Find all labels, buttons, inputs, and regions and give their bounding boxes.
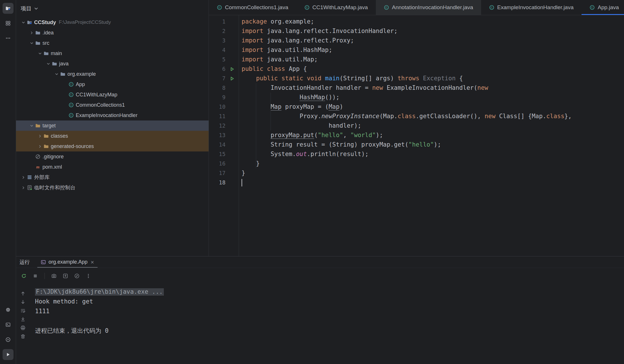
code-line-row[interactable]: 7 public static void main(String[] args)… [209,74,624,83]
soft-wrap-icon [20,308,26,313]
code-line-row[interactable]: 5import java.util.Map; [209,55,624,64]
code-line-row[interactable]: 13 proxyMap.put("hello", "world"); [209,131,624,140]
rerun-icon [21,273,26,279]
chevron-down-icon[interactable] [34,6,39,11]
tab-ExampleInvocationHandler-java[interactable]: CExampleInvocationHandler.java [481,0,582,15]
code-line-row[interactable]: 8 InvocationHandler handler = new Exampl… [209,83,624,93]
code-line-row[interactable]: 4import java.util.HashMap; [209,45,624,55]
tree-item-CC1WithLazyMap[interactable]: CCC1WithLazyMap [16,89,209,100]
build-icon [5,307,11,312]
code-line-row[interactable]: 6public class App { [209,64,624,74]
code-text: HashMap()); [239,93,339,102]
console-command-line[interactable]: F:\JDK\jdk8u66\jre\bin\java.exe ... [35,287,624,297]
tab-AnnotationInvocationHandler-java[interactable]: CAnnotationInvocationHandler.java [376,0,481,15]
soft-wrap-button[interactable] [20,308,26,313]
project-panel-header[interactable]: 项目 [16,0,209,17]
code-line-row[interactable]: 11 Proxy.newProxyInstance(Map.class.getC… [209,112,624,121]
tree-item-java[interactable]: java [16,59,209,69]
tree-item-src[interactable]: src [16,38,209,48]
tree-item-target[interactable]: target [16,120,209,131]
tree-item-row16[interactable]: 临时文件和控制台 [16,182,209,193]
structure-tool-button[interactable] [3,18,13,29]
gutter[interactable] [226,64,239,74]
chevron-down-icon[interactable] [20,20,27,25]
tree-item-org.example[interactable]: org.example [16,69,209,79]
tab-CC1WithLazyMap-java[interactable]: CCC1WithLazyMap.java [296,0,376,15]
rerun-button[interactable] [20,272,28,280]
chevron-right-icon[interactable] [36,144,44,149]
stop-button[interactable] [32,272,39,280]
tree-item-ExampleInvocationHandler[interactable]: CExampleInvocationHandler [16,110,209,120]
tree-item-generated-sources[interactable]: generated-sources [16,141,209,151]
tree-item-classes[interactable]: classes [16,131,209,141]
line-number: 16 [209,159,226,168]
more-vertical-button[interactable] [85,272,92,280]
chevron-right-icon[interactable] [36,134,44,138]
class-icon: C [69,113,74,118]
arrow-down-icon [20,299,26,305]
scroll-end-button[interactable] [20,317,26,322]
tab-CommonCollections1-java[interactable]: CCommonCollections1.java [209,0,296,15]
run-tool-button[interactable] [3,349,13,360]
code-line-row[interactable]: 10 Map proxyMap = (Map) [209,102,624,112]
arrow-down-button[interactable] [20,299,26,305]
tree-item-.idea[interactable]: .idea [16,28,209,38]
tab-App-java[interactable]: CApp.java [582,0,624,15]
code-text: handler); [239,121,361,131]
chevron-down-icon[interactable] [28,124,35,128]
code-line-row[interactable]: 17} [209,168,624,178]
tree-item-pom.xml[interactable]: mpom.xml [16,162,209,172]
gutter[interactable] [226,74,239,83]
run-tab[interactable]: org.example.App × [37,256,98,268]
project-panel-title[interactable]: 项目 [21,5,32,12]
code-line-row[interactable]: 3import java.lang.reflect.Proxy; [209,36,624,45]
tree-item-CommonCollections1[interactable]: CCommonCollections1 [16,100,209,110]
terminal-tool-button[interactable] [3,319,13,330]
build-tool-button[interactable] [3,304,13,315]
code-editor[interactable]: 1package org.example;2import java.lang.r… [209,15,624,256]
svg-text:C: C [70,83,72,86]
tree-label: generated-sources [51,143,94,149]
gutter [226,83,239,93]
tree-item-main[interactable]: main [16,48,209,59]
camera-button[interactable] [50,272,58,280]
code-line-row[interactable]: 15 System.out.println(result); [209,149,624,159]
tree-label: 临时文件和控制台 [34,184,75,191]
services-tool-button[interactable] [3,334,13,345]
arrow-up-button[interactable] [20,291,26,296]
chevron-right-icon[interactable] [28,31,35,35]
code-line-row[interactable]: 12 handler); [209,121,624,131]
code-line-row[interactable]: 1package org.example; [209,17,624,26]
chevron-right-icon[interactable] [20,186,27,190]
import-button[interactable] [62,272,69,280]
tree-item-CCStudy[interactable]: CCStudyF:\JavaProject\CCStudy [16,17,209,28]
tab-label: CC1WithLazyMap.java [312,4,368,11]
console-output[interactable]: F:\JDK\jdk8u66\jre\bin\java.exe ...Hook … [30,284,624,364]
code-line-row[interactable]: 9 HashMap()); [209,93,624,102]
gutter-divider [239,15,239,256]
chevron-down-icon[interactable] [53,72,60,76]
chevron-right-icon[interactable] [20,175,27,180]
run-gutter-icon[interactable] [230,76,235,81]
trash-button[interactable] [20,334,26,339]
print-button[interactable] [20,325,26,330]
close-icon[interactable]: × [91,259,94,265]
tree-item-App[interactable]: CApp [16,79,209,89]
line-number: 3 [209,36,226,45]
code-text: Proxy.newProxyInstance(Map.class.getClas… [239,112,572,121]
chevron-down-icon[interactable] [28,41,35,45]
scroll-end-icon [20,317,26,322]
line-number: 12 [209,121,226,131]
chevron-down-icon[interactable] [36,51,44,56]
code-line-row[interactable]: 16 } [209,159,624,168]
run-gutter-icon[interactable] [230,67,235,72]
code-line-row[interactable]: 2import java.lang.reflect.InvocationHand… [209,26,624,36]
tree-item-row15[interactable]: 外部库 [16,172,209,182]
chevron-down-icon[interactable] [44,62,52,66]
project-tool-button[interactable] [3,3,13,14]
edit-button[interactable] [73,272,81,280]
tree-item-.gitignore[interactable]: .gitignore [16,151,209,162]
code-line-row[interactable]: 18 [209,178,624,187]
code-line-row[interactable]: 14 String result = (String) proxyMap.get… [209,140,624,149]
more-tool-button[interactable] [3,33,13,44]
